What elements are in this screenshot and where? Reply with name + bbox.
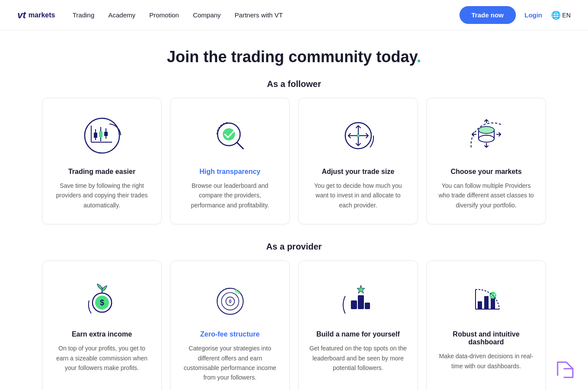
svg-text:$: $ [99,298,104,307]
page-title: Join the trading community today. [42,48,546,66]
svg-rect-37 [358,295,364,309]
svg-rect-2 [94,133,97,138]
language-label: EN [562,12,571,19]
nav-right: Trade now Login 🌐 EN [459,6,571,24]
svg-point-22 [479,127,494,133]
provider-card-4-title: Robust and intuitive dashboard [437,330,535,346]
svg-marker-39 [357,285,365,293]
follower-card-4-title: Choose your markets [437,168,535,176]
follower-card-3-desc: You get to decide how much you want to i… [309,181,407,210]
trading-easier-icon [80,114,124,157]
follower-card-3: Adjust your trade size You get to decide… [298,98,418,224]
follower-card-3-title: Adjust your trade size [309,168,407,176]
provider-card-4-desc: Make data-driven decisions in real-time … [437,351,535,371]
provider-card-2-desc: Categorise your strategies into differen… [181,343,279,383]
svg-rect-40 [478,301,482,309]
follower-section-title: As a follower [42,79,546,89]
provider-section-title: As a provider [42,242,546,252]
main-content: Join the trading community today. As a f… [33,30,555,390]
nav-academy[interactable]: Academy [108,11,135,19]
provider-card-2: 0 % Zero-fee structure Categorise your s… [170,260,290,390]
follower-card-2: High transparency Browse our leaderboard… [170,98,290,224]
svg-line-10 [237,143,243,149]
svg-rect-38 [365,303,370,309]
earn-income-icon: $ [80,277,124,320]
svg-rect-6 [104,132,108,136]
logo-vt-text: vt [17,10,26,21]
provider-card-3-title: Build a name for yourself [309,330,407,338]
follower-cards-grid: Trading made easier Save time by followi… [42,98,546,224]
provider-card-1: $ Earn extra income On top of your profi… [42,260,162,390]
nav-partners[interactable]: Partners with VT [235,11,283,19]
provider-card-1-desc: On top of your profits, you get to earn … [53,343,151,373]
follower-card-4-desc: You can follow multiple Providers who tr… [437,181,535,210]
language-selector[interactable]: 🌐 EN [551,10,571,20]
globe-icon: 🌐 [551,10,561,20]
dashboard-icon [465,277,508,320]
title-dot: . [417,48,421,66]
logo-markets-text: markets [29,11,55,19]
nav-trading[interactable]: Trading [73,11,94,19]
zero-fee-icon: 0 % [208,277,252,320]
provider-card-3: Build a name for yourself Get featured o… [298,260,418,390]
adjust-trade-icon [337,114,380,157]
provider-card-2-title: Zero-fee structure [181,330,279,338]
provider-card-4: Robust and intuitive dashboard Make data… [426,260,546,390]
svg-text:%: % [235,288,240,295]
login-button[interactable]: Login [525,11,542,19]
svg-rect-42 [491,298,495,309]
svg-rect-41 [484,296,489,309]
svg-rect-36 [351,300,357,309]
follower-card-2-desc: Browse our leaderboard and compare the p… [181,181,279,210]
high-transparency-icon [208,114,252,157]
build-name-icon [337,277,380,320]
nav-promotion[interactable]: Promotion [149,11,179,19]
logo[interactable]: vt markets [17,10,55,21]
trade-now-button[interactable]: Trade now [459,6,516,24]
svg-rect-4 [99,131,102,137]
svg-point-13 [357,134,360,137]
svg-point-21 [479,135,494,142]
follower-card-4: Choose your markets You can follow multi… [426,98,546,224]
follower-card-1: Trading made easier Save time by followi… [42,98,162,224]
follower-card-1-desc: Save time by following the right provide… [53,181,151,210]
choose-markets-icon [465,114,508,157]
watermark [553,353,579,381]
provider-card-3-desc: Get featured on the top spots on the lea… [309,343,407,373]
provider-card-1-title: Earn extra income [53,330,151,338]
navbar: vt markets Trading Academy Promotion Com… [0,0,588,30]
nav-company[interactable]: Company [193,11,221,19]
svg-text:0: 0 [229,299,231,304]
follower-card-2-title: High transparency [181,168,279,176]
svg-line-46 [566,362,573,369]
follower-card-1-title: Trading made easier [53,168,151,176]
provider-cards-grid: $ Earn extra income On top of your profi… [42,260,546,390]
nav-links: Trading Academy Promotion Company Partne… [73,11,459,19]
